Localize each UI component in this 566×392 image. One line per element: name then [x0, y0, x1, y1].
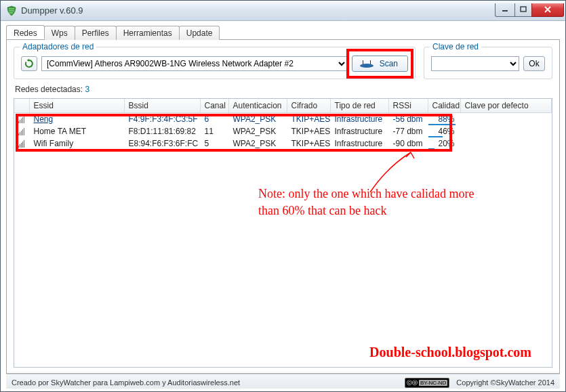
- tab-wps[interactable]: Wps: [44, 26, 75, 40]
- detected-label: Redes detectadas:: [15, 85, 83, 94]
- cell-signal: [14, 113, 29, 125]
- cell-bssid: E8:94:F6:F3:6F:FC: [124, 137, 200, 150]
- cell-tipo: Infrastructure: [330, 137, 388, 150]
- col-cif[interactable]: Cifrado: [287, 99, 330, 113]
- table-header-row[interactable]: Essid Bssid Canal Autenticacion Cifrado …: [14, 99, 552, 113]
- adapter-select[interactable]: [CommView] Atheros AR9002WB-1NG Wireless…: [41, 56, 348, 71]
- cell-calidad: 20%: [428, 137, 460, 150]
- cell-calidad: 88%: [428, 113, 460, 125]
- networks-table[interactable]: Essid Bssid Canal Autenticacion Cifrado …: [14, 99, 552, 150]
- svg-rect-4: [370, 60, 371, 64]
- cell-tipo: Infrastructure: [330, 125, 388, 137]
- col-rssi[interactable]: RSSi: [388, 99, 428, 113]
- app-window: Dumpper v.60.9 RedesWpsPerfilesHerramien…: [0, 0, 566, 392]
- cell-bssid: F8:D1:11:81:69:82: [124, 125, 200, 137]
- adapters-legend: Adaptadores de red: [20, 42, 96, 51]
- table-row[interactable]: Wifi FamilyE8:94:F6:F3:6F:FC5WPA2_PSKTKI…: [14, 137, 552, 150]
- adapters-groupbox: Adaptadores de red [CommView] Atheros AR…: [14, 47, 416, 79]
- tab-strip: RedesWpsPerfilesHerramientasUpdate: [6, 25, 560, 40]
- tab-herramientas[interactable]: Herramientas: [116, 26, 180, 40]
- client-area: RedesWpsPerfilesHerramientasUpdate Adapt…: [1, 21, 565, 391]
- tab-redes[interactable]: Redes: [6, 25, 45, 39]
- svg-rect-1: [521, 7, 526, 12]
- status-bar: Creado por SkyWatcher para Lampiweb.com …: [6, 374, 560, 389]
- annotation-arrow: [360, 150, 428, 198]
- footer-credit: Creado por SkyWatcher para Lampiweb.com …: [12, 378, 240, 387]
- cell-key: [460, 137, 552, 150]
- refresh-adapters-button[interactable]: [21, 56, 37, 71]
- cell-auth: WPA2_PSK: [228, 137, 287, 150]
- app-icon: [6, 5, 17, 16]
- cell-essid: Neng: [29, 113, 124, 125]
- cell-auth: WPA2_PSK: [228, 113, 287, 125]
- col-signal[interactable]: [14, 99, 29, 113]
- cell-bssid: F4:9F:F3:4F:C3:5F: [124, 113, 200, 125]
- svg-point-2: [360, 64, 373, 68]
- table-row[interactable]: Home TA METF8:D1:11:81:69:8211WPA2_PSKTK…: [14, 125, 552, 137]
- cell-canal: 6: [200, 113, 228, 125]
- col-bssid[interactable]: Bssid: [124, 99, 200, 113]
- cell-essid: Home TA MET: [29, 125, 124, 137]
- cc-badge: ⓒⓔ BY-NC-ND: [405, 378, 449, 388]
- col-tipo[interactable]: Tipo de red: [330, 99, 388, 113]
- detected-row: Redes detectadas: 3: [14, 83, 552, 94]
- svg-rect-0: [502, 10, 508, 12]
- col-key[interactable]: Clave por defecto: [460, 99, 552, 113]
- ok-button[interactable]: Ok: [523, 56, 545, 71]
- scan-button[interactable]: Scan: [352, 56, 408, 72]
- cell-rssi: -56 dbm: [388, 113, 428, 125]
- detected-count: 3: [85, 85, 89, 94]
- maximize-button[interactable]: [514, 3, 532, 17]
- close-button[interactable]: [531, 3, 564, 17]
- cell-cif: TKIP+AES: [287, 137, 330, 150]
- network-key-combo[interactable]: [431, 56, 519, 71]
- col-auth[interactable]: Autenticacion: [228, 99, 287, 113]
- footer-copyright: Copyright ©SkyWatcher 2014: [456, 378, 554, 387]
- col-essid[interactable]: Essid: [29, 99, 124, 113]
- network-key-legend: Clave de red: [430, 42, 481, 51]
- networks-table-wrap: Essid Bssid Canal Autenticacion Cifrado …: [14, 98, 552, 368]
- minimize-button[interactable]: [495, 3, 515, 17]
- table-row[interactable]: NengF4:9F:F3:4F:C3:5F6WPA2_PSKTKIP+AESIn…: [14, 113, 552, 125]
- cell-signal: [14, 125, 29, 137]
- cell-calidad: 46%: [428, 125, 460, 137]
- router-icon: [359, 59, 374, 68]
- window-title: Dumpper v.60.9: [21, 5, 496, 16]
- titlebar[interactable]: Dumpper v.60.9: [1, 1, 565, 21]
- network-key-groupbox: Clave de red Ok: [424, 47, 552, 79]
- col-cal[interactable]: Calidad: [428, 99, 460, 113]
- cell-rssi: -77 dbm: [388, 125, 428, 137]
- refresh-icon: [24, 59, 34, 68]
- annotation-text: Note: only the one which have calidad mo…: [258, 186, 475, 219]
- scan-button-label: Scan: [380, 59, 398, 68]
- tab-update[interactable]: Update: [179, 26, 220, 40]
- col-canal[interactable]: Canal: [200, 99, 228, 113]
- cell-essid: Wifi Family: [29, 137, 124, 150]
- window-controls: [496, 3, 564, 17]
- cell-cif: TKIP+AES: [287, 113, 330, 125]
- cell-key: [460, 125, 552, 137]
- cell-tipo: Infrastructure: [330, 113, 388, 125]
- cell-cif: TKIP+AES: [287, 125, 330, 137]
- cell-canal: 11: [200, 125, 228, 137]
- cell-signal: [14, 137, 29, 150]
- watermark: Double-school.blogspot.com: [369, 345, 531, 360]
- cell-key: [460, 113, 552, 125]
- cell-auth: WPA2_PSK: [228, 125, 287, 137]
- cell-canal: 5: [200, 137, 228, 150]
- tab-perfiles[interactable]: Perfiles: [75, 26, 117, 40]
- top-group-row: Adaptadores de red [CommView] Atheros AR…: [14, 47, 552, 79]
- cell-rssi: -90 dbm: [388, 137, 428, 150]
- tab-page-redes: Adaptadores de red [CommView] Atheros AR…: [6, 40, 560, 374]
- svg-rect-3: [363, 60, 363, 64]
